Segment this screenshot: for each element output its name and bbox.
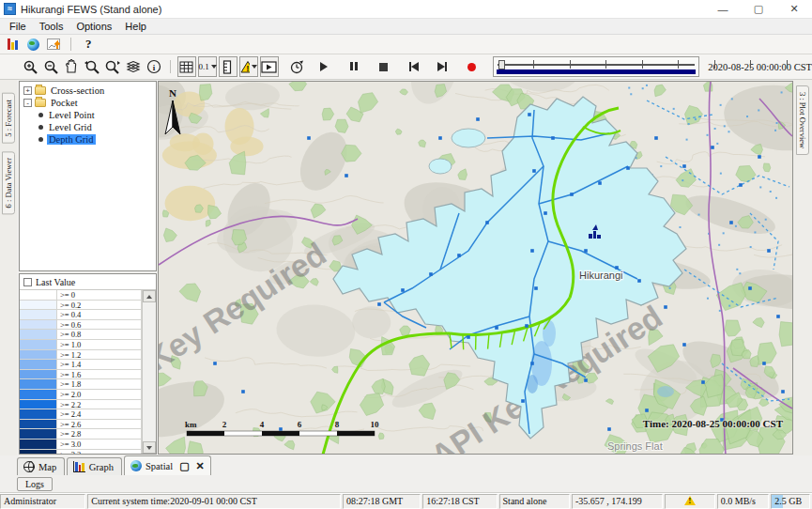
- run-timer-button[interactable]: [288, 56, 307, 77]
- scroll-down-button[interactable]: [143, 441, 156, 454]
- scale-ruler-button[interactable]: [219, 56, 237, 77]
- menu-tools[interactable]: Tools: [33, 20, 70, 33]
- legend-row[interactable]: >= 1.2: [20, 350, 142, 361]
- legend-row[interactable]: >= 0.8: [20, 330, 142, 340]
- scroll-up-button[interactable]: [143, 290, 156, 302]
- info-button[interactable]: i: [145, 56, 163, 77]
- tab-close-icon[interactable]: ✕: [196, 460, 205, 472]
- legend-value-label: >= 2.6: [57, 420, 142, 429]
- explorer-button[interactable]: [4, 37, 21, 52]
- scale-tick-label: 2: [222, 420, 227, 429]
- legend-color-swatch: [20, 350, 57, 360]
- status-speed: 0.0 MB/s: [717, 494, 770, 509]
- legend-row[interactable]: >= 2.2: [20, 400, 142, 410]
- legend-row[interactable]: >= 2.8: [20, 429, 142, 440]
- legend-value-label: >= 2.0: [57, 390, 142, 399]
- contour-interval-dropdown[interactable]: 0.1: [198, 56, 217, 77]
- tab-maximize-icon[interactable]: ▢: [179, 460, 189, 472]
- record-button[interactable]: [463, 56, 482, 77]
- tree-item-cross-section[interactable]: +Cross-section: [20, 85, 156, 96]
- legend-row[interactable]: >= 2.4: [20, 409, 142, 420]
- animation-panel-button[interactable]: [260, 56, 279, 77]
- warning-triangle-icon: !: [240, 60, 250, 73]
- bullet-icon: [38, 113, 43, 117]
- legend-value-label: >= 0.4: [57, 310, 142, 319]
- bottom-tab-map[interactable]: Map: [17, 457, 65, 475]
- skip-to-start-button[interactable]: [405, 56, 423, 77]
- zoom-out-icon: [43, 59, 59, 75]
- scale-tick-label: 8: [335, 420, 340, 429]
- zoom-out-button[interactable]: [41, 56, 60, 77]
- right-tab-strip: 3 : Plot Overview: [793, 80, 812, 455]
- legend-row[interactable]: >= 1.4: [20, 360, 142, 370]
- tree-expander-icon[interactable]: +: [23, 86, 32, 95]
- legend-color-swatch: [20, 450, 57, 455]
- time-slider[interactable]: [493, 56, 699, 77]
- zoom-previous-button[interactable]: [83, 56, 101, 77]
- bottom-tab-bar: MapGraphSpatial▢✕: [0, 455, 812, 475]
- bottom-tab-label: Map: [38, 462, 56, 472]
- time-slider-track[interactable]: [498, 60, 695, 69]
- legend-row[interactable]: >= 0.4: [20, 310, 142, 320]
- legend-color-swatch: [20, 330, 57, 339]
- menu-help[interactable]: Help: [118, 20, 153, 33]
- legend-row[interactable]: >= 2.0: [20, 390, 142, 400]
- legend-row[interactable]: >= 1.6: [20, 370, 142, 380]
- legend-value-label: >= 3.2: [57, 450, 142, 455]
- legend-row[interactable]: >= 3.2: [20, 450, 142, 455]
- warnings-dropdown[interactable]: !: [239, 56, 258, 77]
- legend-row[interactable]: >= 1.0: [20, 340, 142, 350]
- warning-icon: [684, 496, 696, 505]
- tree-item-level-point[interactable]: Level Point: [20, 109, 156, 120]
- map-viewport[interactable]: API Key Required API Key Required: [158, 81, 793, 455]
- pause-button[interactable]: [345, 56, 363, 77]
- legend-row[interactable]: >= 2.6: [20, 420, 142, 430]
- grid-icon: [179, 61, 193, 73]
- bottom-tab-graph[interactable]: Graph: [67, 457, 122, 475]
- side-tab-forecast[interactable]: 5 : Forecast: [2, 93, 15, 144]
- menu-file[interactable]: File: [3, 20, 33, 33]
- skip-start-icon: [409, 62, 419, 71]
- legend-color-swatch: [20, 429, 57, 439]
- time-slider-range-bar: [497, 69, 696, 74]
- tree-expander-icon[interactable]: -: [23, 99, 32, 107]
- legend-row[interactable]: >= 0: [20, 290, 142, 301]
- play-button[interactable]: [314, 56, 333, 77]
- legend-row[interactable]: >= 3.0: [20, 440, 142, 450]
- layers-button[interactable]: [124, 56, 143, 77]
- maximize-button[interactable]: ▢: [741, 0, 776, 18]
- time-slider-thumb[interactable]: [498, 60, 505, 69]
- legend-row[interactable]: >= 0.2: [20, 301, 142, 311]
- legend-row[interactable]: >= 0.6: [20, 320, 142, 331]
- tree-item-depth-grid[interactable]: Depth Grid: [20, 133, 156, 145]
- spatial-display-button[interactable]: [24, 37, 41, 52]
- zoom-in-button[interactable]: [21, 56, 39, 77]
- timer-clock-icon: [289, 59, 305, 74]
- last-value-checkbox[interactable]: [23, 278, 32, 286]
- map-canvas[interactable]: API Key Required API Key Required: [159, 82, 792, 455]
- tree-item-level-grid[interactable]: Level Grid: [20, 121, 156, 132]
- tree-item-label: Pocket: [49, 98, 80, 108]
- help-button[interactable]: ?: [80, 37, 98, 52]
- zoom-next-button[interactable]: [103, 56, 122, 77]
- explorer-bars-icon: [8, 39, 18, 50]
- status-mode: Stand alone: [499, 494, 570, 509]
- legend-row[interactable]: >= 1.8: [20, 379, 142, 390]
- bottom-tab-spatial[interactable]: Spatial▢✕: [124, 455, 211, 475]
- grid-display-button[interactable]: [177, 56, 196, 77]
- legend-scrollbar[interactable]: [142, 290, 156, 454]
- bottom-tab-label: Graph: [89, 462, 114, 472]
- close-button[interactable]: ✕: [776, 0, 812, 18]
- status-warn[interactable]: [665, 494, 715, 509]
- logs-button[interactable]: Logs: [17, 477, 53, 491]
- skip-to-end-button[interactable]: [433, 56, 452, 77]
- menu-options[interactable]: Options: [69, 20, 118, 33]
- timeseries-dialog-button[interactable]: [45, 37, 62, 52]
- side-tab-data-viewer[interactable]: 6 : Data Viewer: [2, 151, 15, 214]
- pan-button[interactable]: [62, 56, 81, 77]
- tree-item-pocket[interactable]: -Pocket: [20, 97, 156, 108]
- minimize-button[interactable]: —: [705, 0, 741, 18]
- stop-button[interactable]: [375, 56, 393, 77]
- side-tab-plot-overview[interactable]: 3 : Plot Overview: [796, 85, 809, 155]
- map-time-overlay: Time: 2020-08-25 00:00:00 CST: [643, 418, 784, 429]
